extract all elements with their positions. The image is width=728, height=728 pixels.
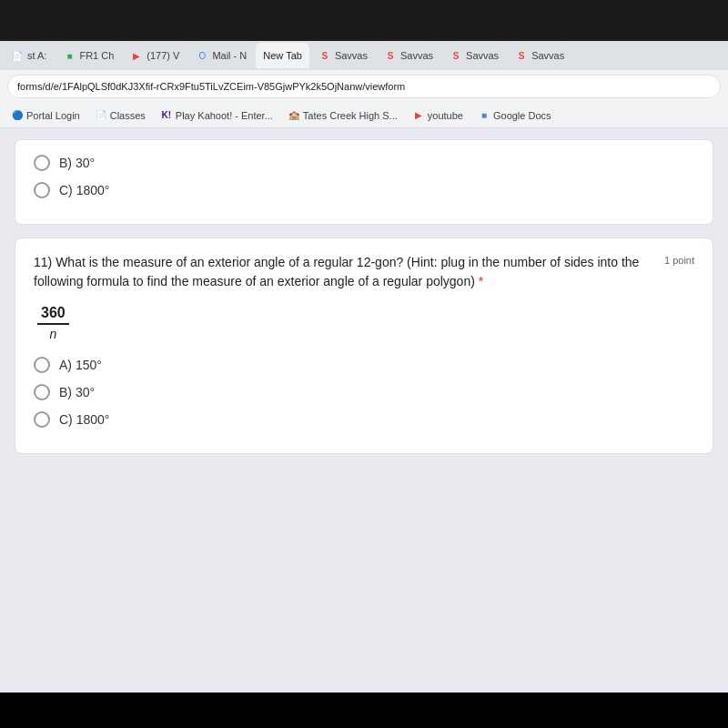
- question-11-text: 11) What is the measure of an exterior a…: [34, 253, 664, 291]
- tab-savvas4[interactable]: S Savvas: [508, 43, 571, 68]
- bookmark-classes[interactable]: 📄 Classes: [91, 107, 149, 124]
- bookmark-youtube-icon: ▶: [412, 109, 425, 122]
- main-content: B) 30° C) 1800° 11) What is the measure …: [0, 128, 728, 693]
- q11-option-c: C) 1800°: [34, 411, 694, 428]
- q11-option-c-radio[interactable]: [34, 411, 50, 428]
- bookmark-gdocs[interactable]: ■ Google Docs: [474, 107, 555, 124]
- question-11-card: 11) What is the measure of an exterior a…: [15, 238, 713, 454]
- browser-chrome: 📄 st A: ■ FR1 Ch ▶ (177) V O Mail - N Ne…: [0, 41, 728, 128]
- q11-option-b-radio[interactable]: [34, 384, 50, 400]
- bookmark-kahoot-icon: K!: [160, 109, 173, 122]
- tab-savvas1-icon: S: [318, 49, 331, 62]
- tab-fr1-icon: ■: [63, 49, 76, 62]
- required-marker: *: [479, 274, 483, 288]
- bookmark-youtube[interactable]: ▶ youtube: [409, 107, 467, 124]
- address-bar[interactable]: forms/d/e/1FAlpQLSf0dKJ3Xfif-rCRx9Ftu5Ti…: [7, 75, 721, 98]
- question-11-header: 11) What is the measure of an exterior a…: [34, 253, 694, 291]
- bookmark-portal[interactable]: 🔵 Portal Login: [7, 107, 84, 124]
- bookmarks-bar: 🔵 Portal Login 📄 Classes K! Play Kahoot!…: [0, 103, 728, 128]
- bookmark-tates[interactable]: 🏫 Tates Creek High S...: [284, 107, 401, 124]
- q11-option-b: B) 30°: [34, 384, 694, 400]
- tab-sta-icon: 📄: [11, 49, 24, 62]
- tab-sta[interactable]: 📄 st A:: [4, 43, 54, 68]
- bookmark-classes-icon: 📄: [95, 109, 107, 122]
- bookmark-tates-icon: 🏫: [288, 109, 300, 122]
- bookmark-kahoot[interactable]: K! Play Kahoot! - Enter...: [157, 107, 277, 124]
- prev-option-b: B) 30°: [34, 155, 694, 171]
- bookmark-portal-icon: 🔵: [11, 109, 24, 122]
- prev-option-c-radio[interactable]: [34, 182, 50, 198]
- formula-container: 360 n: [34, 304, 694, 342]
- q11-option-a-radio[interactable]: [34, 357, 50, 373]
- formula-fraction: 360 n: [37, 304, 69, 342]
- point-badge: 1 point: [664, 253, 694, 266]
- previous-question-card: B) 30° C) 1800°: [15, 139, 713, 225]
- tab-savvas1[interactable]: S Savvas: [311, 43, 375, 68]
- tab-fr1[interactable]: ■ FR1 Ch: [56, 43, 121, 68]
- tab-177[interactable]: ▶ (177) V: [123, 43, 187, 68]
- tab-savvas4-icon: S: [515, 49, 528, 62]
- bookmark-gdocs-icon: ■: [478, 109, 490, 122]
- tab-mail-icon: O: [196, 49, 208, 62]
- q11-option-a: A) 150°: [34, 357, 694, 373]
- prev-option-c: C) 1800°: [34, 182, 694, 198]
- tab-savvas3-icon: S: [450, 49, 462, 62]
- tab-mail[interactable]: O Mail - N: [188, 43, 254, 68]
- prev-option-b-radio[interactable]: [34, 155, 50, 171]
- address-bar-row: forms/d/e/1FAlpQLSf0dKJ3Xfif-rCRx9Ftu5Ti…: [0, 70, 728, 103]
- formula-denominator: n: [46, 325, 60, 342]
- top-black-bar: [0, 0, 728, 41]
- tab-savvas3[interactable]: S Savvas: [442, 43, 506, 68]
- tab-savvas2-icon: S: [384, 49, 397, 62]
- formula-numerator: 360: [37, 304, 69, 325]
- tab-bar: 📄 st A: ■ FR1 Ch ▶ (177) V O Mail - N Ne…: [0, 41, 728, 70]
- tab-newtab[interactable]: New Tab: [256, 43, 309, 68]
- tab-177-icon: ▶: [130, 49, 143, 62]
- tab-savvas2[interactable]: S Savvas: [377, 43, 440, 68]
